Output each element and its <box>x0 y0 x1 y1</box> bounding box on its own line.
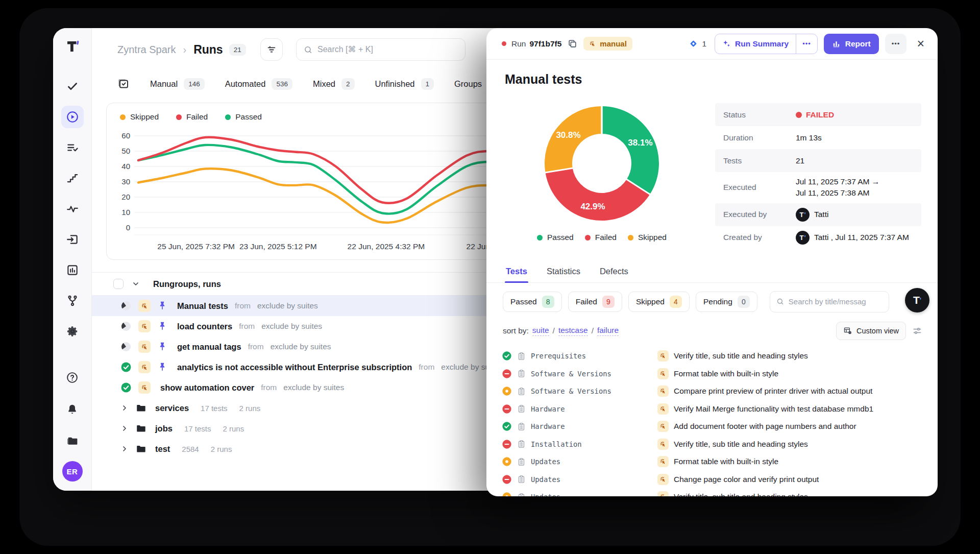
suite-name: Software & Versions <box>531 370 611 378</box>
manual-badge: manual <box>583 37 632 51</box>
tab-mixed[interactable]: Mixed2 <box>313 78 355 90</box>
executor-avatar[interactable]: T' <box>796 208 810 222</box>
chevron-down-icon[interactable] <box>132 280 140 288</box>
test-case-cell: Change page color and verify print outpu… <box>657 474 819 485</box>
clipboard-icon <box>517 369 526 378</box>
pending-count: 0 <box>738 296 750 308</box>
tab-unfinished-count: 1 <box>421 78 434 90</box>
filter-button[interactable] <box>260 38 283 61</box>
test-row[interactable]: Updates Verify title, sub title and head… <box>486 488 938 496</box>
test-row[interactable]: Hardware Verify Mail Merge functionality… <box>486 400 938 418</box>
projects-button[interactable] <box>61 429 84 452</box>
sliders-icon[interactable] <box>912 326 922 336</box>
suite-name: Updates <box>531 475 560 484</box>
suite-name: Hardware <box>531 422 565 430</box>
sidebar-item-pulse[interactable] <box>61 198 84 220</box>
svg-text:20: 20 <box>121 192 130 201</box>
test-suite-cell: Installation <box>502 439 657 449</box>
help-button[interactable] <box>61 366 84 389</box>
test-title: Format table with built-in style <box>674 369 778 378</box>
info-row-tests: Tests 21 <box>715 149 921 172</box>
test-title: Verify title, sub title and heading styl… <box>674 440 808 449</box>
sidebar-item-plans[interactable] <box>61 136 84 159</box>
sidebar-item-analytics[interactable] <box>61 259 84 281</box>
sidebar-nav <box>61 75 84 343</box>
notifications-button[interactable] <box>61 398 84 420</box>
test-title: Verify Mail Merge functionality with tes… <box>674 404 873 414</box>
filter-skipped[interactable]: Skipped4 <box>628 292 690 312</box>
diamond-icon <box>689 39 698 49</box>
panel-more-button[interactable]: ••• <box>885 34 907 54</box>
sort-by-testcase[interactable]: testcase <box>558 326 588 336</box>
sidebar-item-import[interactable] <box>61 228 84 251</box>
run-from-label: from <box>239 322 255 331</box>
runs-trend-chart-card: Skipped Failed Passed 605040302010025 Ju… <box>106 103 518 260</box>
run-source[interactable]: exclude by suites <box>261 322 322 331</box>
tab-defects[interactable]: Defects <box>599 262 629 282</box>
failed-status-icon <box>502 369 512 379</box>
legend-skipped[interactable]: Skipped <box>120 112 159 122</box>
jira-link[interactable]: 1 <box>689 39 706 49</box>
run-source[interactable]: exclude by suites <box>271 342 331 351</box>
failed-status-icon <box>502 474 512 485</box>
manual-test-icon <box>657 368 669 379</box>
chevron-right-icon[interactable] <box>120 404 129 412</box>
screen: ER Zyntra Spark › Runs 21 Manual146 <box>0 0 980 554</box>
test-case-cell: Verify Mail Merge functionality with tes… <box>657 403 873 415</box>
app-logo[interactable] <box>62 36 83 57</box>
custom-view-button[interactable]: Custom view <box>836 322 906 340</box>
sort-by-label: sort by: <box>503 326 529 335</box>
tab-manual[interactable]: Manual146 <box>150 78 205 90</box>
tab-unfinished[interactable]: Unfinished1 <box>375 78 434 90</box>
close-icon[interactable]: × <box>917 37 924 50</box>
chevron-right-icon[interactable] <box>120 445 129 453</box>
brand-avatar[interactable]: T' <box>905 288 929 312</box>
sidebar-item-runs[interactable] <box>61 106 84 128</box>
filter-pending[interactable]: Pending0 <box>696 292 757 312</box>
sidebar-item-branches[interactable] <box>61 290 84 312</box>
tab-automated[interactable]: Automated536 <box>225 78 292 90</box>
svg-text:23 Jun, 2025 5:12 PM: 23 Jun, 2025 5:12 PM <box>239 242 317 251</box>
test-row[interactable]: Installation Verify title, sub title and… <box>486 435 938 453</box>
test-row[interactable]: Software & Versions Compare print previe… <box>486 382 938 400</box>
report-button[interactable]: Report <box>824 34 879 54</box>
user-avatar[interactable]: ER <box>62 461 83 481</box>
filter-passed[interactable]: Passed8 <box>503 292 562 312</box>
sort-by-failure[interactable]: failure <box>597 326 619 336</box>
run-title: show automation cover <box>160 383 254 393</box>
panel-tabs: Tests Statistics Defects <box>486 262 938 283</box>
test-row[interactable]: Updates Change page color and verify pri… <box>486 470 938 488</box>
breadcrumb-project[interactable]: Zyntra Spark <box>117 44 176 56</box>
run-source[interactable]: exclude by suites <box>257 301 318 310</box>
tab-statistics[interactable]: Statistics <box>546 262 581 282</box>
run-summary-more-button[interactable]: ••• <box>796 34 817 54</box>
test-row[interactable]: Software & Versions Format table with bu… <box>486 365 938 382</box>
select-all-checkbox[interactable] <box>113 279 124 289</box>
manual-run-icon <box>138 361 151 373</box>
legend-failed[interactable]: Failed <box>176 112 208 122</box>
run-summary-button[interactable]: Run Summary <box>715 34 796 54</box>
test-row[interactable]: Prerequisites Verify title, sub title an… <box>486 347 938 365</box>
sort-by-suite[interactable]: suite <box>532 326 549 336</box>
sidebar-item-tests[interactable] <box>61 75 84 98</box>
creator-avatar[interactable]: T' <box>796 231 810 245</box>
test-row[interactable]: Updates Format table with built-in style <box>486 453 938 471</box>
manual-test-icon <box>657 421 669 432</box>
list-check-icon <box>66 141 79 154</box>
run-from-label: from <box>419 363 434 372</box>
pin-icon <box>157 342 167 352</box>
tab-tests[interactable]: Tests <box>505 262 528 282</box>
test-list: Prerequisites Verify title, sub title an… <box>486 347 938 496</box>
tests-search-input[interactable] <box>789 297 883 306</box>
sidebar-item-steps[interactable] <box>61 167 84 189</box>
copy-icon[interactable] <box>568 39 577 49</box>
test-row[interactable]: Hardware Add document footer with page n… <box>486 418 938 436</box>
filter-failed[interactable]: Failed9 <box>568 292 622 312</box>
tab-mixed-count: 2 <box>341 78 355 90</box>
sidebar-item-settings[interactable] <box>61 320 84 343</box>
chevron-right-icon[interactable] <box>120 424 129 432</box>
sidebar: ER <box>53 28 92 491</box>
run-source[interactable]: exclude by suites <box>283 383 344 392</box>
legend-passed[interactable]: Passed <box>225 112 262 122</box>
search-input[interactable] <box>317 45 458 54</box>
